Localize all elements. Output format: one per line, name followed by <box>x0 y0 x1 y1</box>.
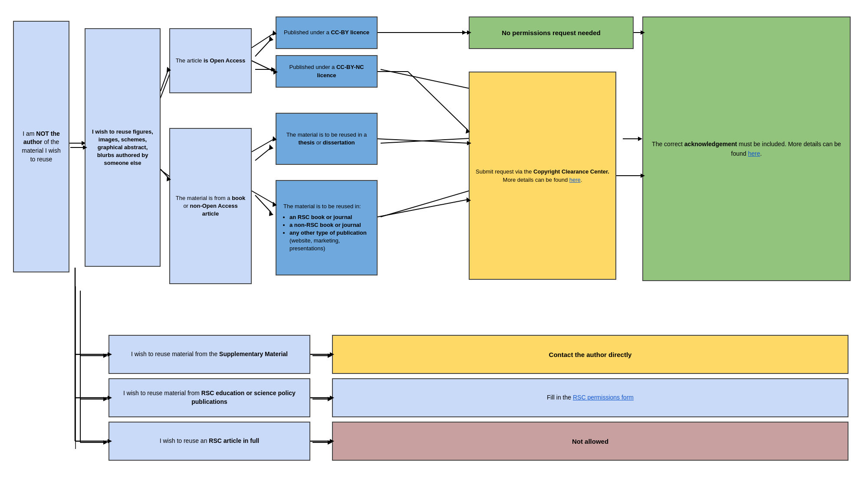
not-author-box: I am NOT the author of the material I wi… <box>13 21 69 272</box>
rsc-permissions-text: Fill in the RSC permissions form <box>547 393 634 402</box>
thesis-text: The material is to be reused in a thesis… <box>282 131 372 147</box>
copyright-clearance-text: Submit request via the Copyright Clearan… <box>475 167 610 184</box>
svg-marker-35 <box>328 354 332 358</box>
svg-marker-30 <box>103 397 108 401</box>
rsc-education-text: I wish to reuse material from RSC educat… <box>115 389 304 406</box>
wish-reuse-box: I wish to reuse figures, images, schemes… <box>85 28 161 267</box>
not-author-text: I am NOT the author of the material I wi… <box>19 130 63 164</box>
book-non-oa-text: The material is from a book or non-Open … <box>175 194 246 218</box>
supplementary-box: I wish to reuse material from the Supple… <box>108 335 310 374</box>
svg-line-14 <box>255 147 271 160</box>
svg-marker-33 <box>103 440 108 445</box>
contact-author-box: Contact the author directly <box>332 335 848 374</box>
svg-line-53 <box>252 33 274 48</box>
open-access-text: The article is Open Access <box>176 57 246 65</box>
svg-line-66 <box>378 139 468 143</box>
svg-marker-23 <box>638 137 642 141</box>
svg-line-76 <box>161 169 168 178</box>
svg-line-57 <box>252 139 274 152</box>
cc-by-nc-text: Published under a CC-BY-NC licence <box>282 63 372 79</box>
svg-line-59 <box>252 191 274 204</box>
acknowledgement-box: The correct acknowledgement must be incl… <box>642 16 851 281</box>
book-non-oa-box: The material is from a book or non-Open … <box>169 128 252 284</box>
wish-reuse-text: I wish to reuse figures, images, schemes… <box>91 128 155 167</box>
svg-line-55 <box>252 61 274 72</box>
svg-line-68 <box>378 200 468 217</box>
copyright-link[interactable]: here <box>569 177 581 183</box>
svg-marker-11 <box>462 30 467 35</box>
svg-marker-9 <box>271 67 276 72</box>
svg-line-64 <box>408 72 468 130</box>
open-access-box: The article is Open Access <box>169 28 252 93</box>
rsc-permissions-box: Fill in the RSC permissions form <box>332 378 848 417</box>
cc-by-text: Published under a CC-BY licence <box>284 29 369 36</box>
reuse-list-text: The material is to be reused in: an RSC … <box>283 203 370 252</box>
svg-marker-15 <box>269 144 273 150</box>
no-permissions-box: No permissions request needed <box>469 16 634 49</box>
thesis-box: The material is to be reused in a thesis… <box>276 113 378 165</box>
acknowledgement-text: The correct acknowledgement must be incl… <box>648 139 845 159</box>
contact-author-text: Contact the author directly <box>549 350 632 359</box>
svg-line-6 <box>255 39 271 56</box>
reuse-list-box: The material is to be reused in: an RSC … <box>276 180 378 275</box>
svg-marker-7 <box>269 36 273 42</box>
acknowledgement-link[interactable]: here <box>748 150 760 157</box>
svg-marker-37 <box>328 397 332 401</box>
svg-marker-17 <box>269 211 273 216</box>
svg-marker-39 <box>328 440 332 445</box>
no-permissions-text: No permissions request needed <box>502 28 601 37</box>
copyright-clearance-box: Submit request via the Copyright Clearan… <box>469 72 616 280</box>
rsc-article-text: I wish to reuse an RSC article in full <box>160 437 260 445</box>
not-bold: NOT the author <box>23 130 60 146</box>
cc-by-nc-box: Published under a CC-BY-NC licence <box>276 55 378 88</box>
svg-marker-28 <box>103 354 108 358</box>
not-allowed-box: Not allowed <box>332 422 848 461</box>
rsc-education-box: I wish to reuse material from RSC educat… <box>108 378 310 417</box>
cc-by-box: Published under a CC-BY licence <box>276 16 378 49</box>
rsc-article-box: I wish to reuse an RSC article in full <box>108 422 310 461</box>
not-allowed-text: Not allowed <box>572 437 608 446</box>
supplementary-text: I wish to reuse material from the Supple… <box>131 350 288 359</box>
svg-line-16 <box>255 195 271 213</box>
svg-line-74 <box>161 69 168 91</box>
rsc-permissions-link[interactable]: RSC permissions form <box>573 394 634 401</box>
bottom-left-border <box>75 286 76 449</box>
